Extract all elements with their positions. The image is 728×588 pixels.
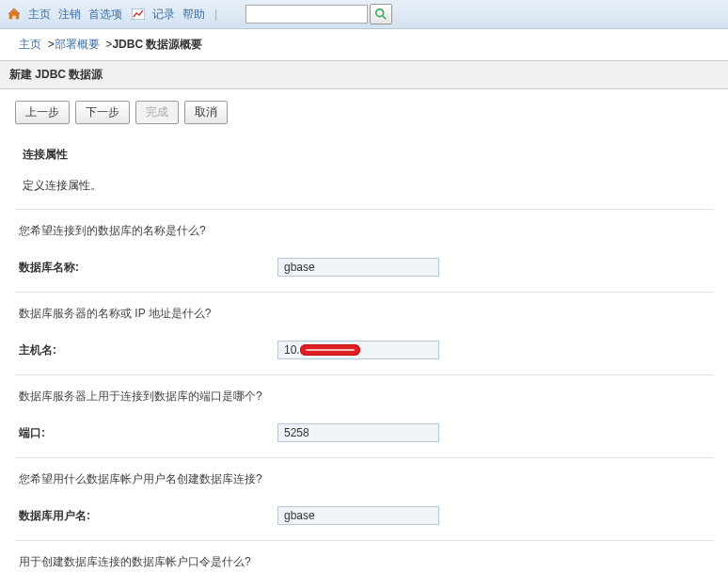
button-row-top: 上一步 下一步 完成 取消 <box>15 101 713 124</box>
finish-button: 完成 <box>135 101 179 124</box>
svg-line-2 <box>383 16 387 20</box>
search-box <box>245 4 392 24</box>
host-label: 主机名: <box>19 342 277 358</box>
home-icon[interactable] <box>8 8 21 21</box>
section-header: 新建 JDBC 数据源 <box>0 60 728 89</box>
dbname-question: 您希望连接到的数据库的名称是什么? <box>15 210 713 250</box>
user-question: 您希望用什么数据库帐户用户名创建数据库连接? <box>15 458 713 499</box>
next-button[interactable]: 下一步 <box>75 101 130 124</box>
dbname-label: 数据库名称: <box>19 260 277 276</box>
form-content: 上一步 下一步 完成 取消 连接属性 定义连接属性。 您希望连接到的数据库的名称… <box>0 89 728 588</box>
user-input[interactable] <box>277 506 439 525</box>
port-input[interactable] <box>277 423 439 442</box>
breadcrumb-current: JDBC 数据源概要 <box>112 38 202 51</box>
chart-icon <box>132 8 145 20</box>
nav-log[interactable]: 记录 <box>152 7 175 23</box>
nav-logout[interactable]: 注销 <box>58 7 81 23</box>
pass-question: 用于创建数据库连接的数据库帐户口令是什么? <box>15 541 713 581</box>
top-nav: 主页 注销 首选项 记录 帮助 | <box>0 0 728 29</box>
breadcrumb-deploy[interactable]: 部署概要 <box>55 38 100 51</box>
search-button[interactable] <box>370 4 392 24</box>
host-question: 数据库服务器的名称或 IP 地址是什么? <box>15 293 713 333</box>
svg-point-1 <box>376 9 384 17</box>
nav-home[interactable]: 主页 <box>28 7 51 23</box>
dbname-input[interactable] <box>277 258 439 277</box>
cancel-button[interactable]: 取消 <box>184 101 228 124</box>
user-label: 数据库用户名: <box>19 508 277 524</box>
port-question: 数据库服务器上用于连接到数据库的端口是哪个? <box>15 375 713 416</box>
breadcrumb: 主页 >部署概要 >JDBC 数据源概要 <box>0 29 728 60</box>
breadcrumb-home[interactable]: 主页 <box>19 38 41 51</box>
nav-help[interactable]: 帮助 <box>182 7 205 23</box>
search-icon <box>374 8 388 21</box>
props-title: 连接属性 <box>15 141 713 168</box>
nav-prefs[interactable]: 首选项 <box>88 7 122 23</box>
port-label: 端口: <box>19 425 277 441</box>
back-button[interactable]: 上一步 <box>15 101 70 124</box>
redaction-overlay <box>300 344 360 356</box>
props-desc: 定义连接属性。 <box>15 168 713 209</box>
nav-separator: | <box>214 8 217 21</box>
search-input[interactable] <box>245 5 368 24</box>
